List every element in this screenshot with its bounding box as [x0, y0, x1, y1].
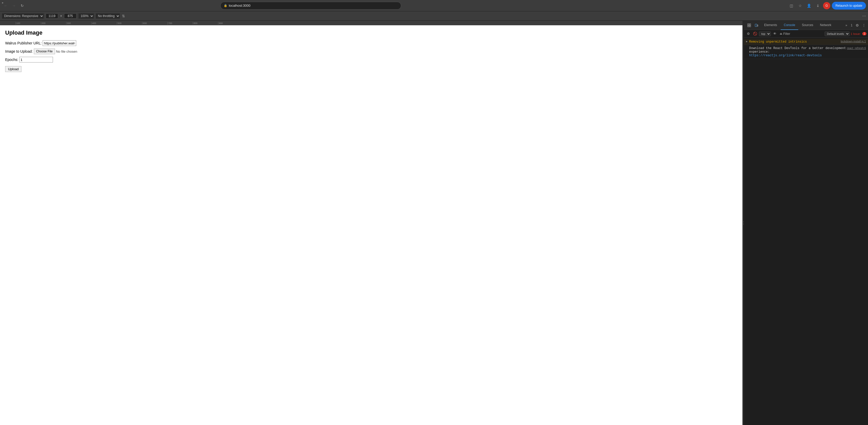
devtools-content: ► Removing unpermitted intrinsics lockdo… — [744, 38, 868, 425]
lock-icon: 🔒 — [224, 4, 227, 7]
responsive-bar: Dimensions: Responsive × 100% No throttl… — [0, 11, 868, 21]
zoom-select[interactable]: 100% — [79, 13, 94, 19]
svg-rect-5 — [757, 25, 758, 26]
epochs-label: Epochs: — [5, 58, 18, 62]
issue-badge: 1 — [862, 32, 866, 35]
entry-info-source[interactable]: react_refresh:6 — [847, 46, 866, 50]
svg-rect-1 — [749, 24, 751, 25]
tab-issue-count: 1 — [850, 24, 854, 27]
publisher-url-row: Walrus Publisher URL: — [5, 40, 737, 46]
ruler-tick: 900 — [218, 22, 223, 25]
page-title: Upload Image — [5, 29, 737, 36]
extensions-button[interactable]: ◫ — [788, 2, 795, 9]
relaunch-button[interactable]: Relaunch to update — [832, 2, 866, 9]
main-area: 100 200 300 400 500 600 700 800 900 Uplo… — [0, 21, 868, 425]
devtools-tabs: Elements Console Sources Network » 1 ⚙ ⋮ — [744, 21, 868, 30]
tab-console[interactable]: Console — [781, 21, 798, 30]
devtools-link[interactable]: https://reactjs.org/link/react-devtools — [749, 54, 822, 57]
url-text: localhost:3000 — [229, 4, 398, 7]
height-input[interactable] — [64, 13, 76, 19]
eye-icon[interactable]: 👁 — [772, 31, 778, 37]
tab-more-button[interactable]: » — [843, 24, 849, 27]
levels-select[interactable]: Default levels — [825, 32, 850, 36]
devtools-secondary-toolbar: ⚙ 🚫 top 👁 ⏏ Filter Default levels 1 Issu… — [744, 30, 868, 38]
profile-button[interactable]: 👤 — [805, 2, 813, 9]
top-bar: ← → ↻ 🔒 localhost:3000 ◫ ☆ 👤 ⇓ G Relaunc… — [0, 0, 868, 11]
download-button[interactable]: ⇓ — [814, 2, 822, 9]
tab-elements[interactable]: Elements — [761, 21, 780, 30]
tab-sources[interactable]: Sources — [799, 21, 816, 30]
page-content: Upload Image Walrus Publisher URL: Image… — [0, 25, 742, 425]
devtools-panel: Elements Console Sources Network » 1 ⚙ ⋮ — [744, 21, 868, 425]
ruler-tick: 800 — [193, 22, 197, 25]
entry-warning-source[interactable]: lockdown-install.js:1 — [841, 40, 866, 43]
devtools-toolbar-left — [745, 22, 761, 28]
width-input[interactable] — [46, 13, 58, 19]
console-entry-info: react_refresh:6 Download the React DevTo… — [744, 45, 868, 59]
svg-rect-4 — [755, 24, 757, 27]
ruler-tick: 600 — [142, 22, 147, 25]
ruler-tick: 100 — [16, 22, 20, 25]
dimensions-select[interactable]: Dimensions: Responsive — [2, 13, 44, 19]
context-select[interactable]: top — [759, 32, 771, 36]
bookmark-button[interactable]: ☆ — [797, 2, 804, 9]
gear-icon[interactable]: ⚙ — [746, 31, 751, 37]
filter-area: ⏏ Filter — [780, 32, 823, 36]
publisher-url-label: Walrus Publisher URL: — [5, 41, 41, 45]
settings-icon[interactable]: ⚙ — [854, 22, 860, 28]
svg-rect-2 — [748, 26, 749, 27]
ruler-tick: 700 — [167, 22, 172, 25]
inspect-element-icon[interactable] — [746, 22, 752, 28]
browser-chrome: ← → ↻ 🔒 localhost:3000 ◫ ☆ 👤 ⇓ G Relaunc… — [0, 0, 868, 425]
console-prompt-row: ► — [744, 59, 868, 61]
throttle-select[interactable]: No throttling — [96, 13, 120, 19]
nav-buttons: ← → ↻ — [2, 2, 26, 9]
more-options-devtools-icon[interactable]: ⋮ — [861, 22, 867, 28]
console-entry-warning: ► Removing unpermitted intrinsics lockdo… — [744, 39, 868, 45]
issue-count: 1 Issue: 1 — [851, 32, 866, 35]
more-options-icon[interactable]: ⋯ — [862, 14, 866, 18]
rotate-icon[interactable]: ⇅ — [122, 14, 125, 18]
filter-icon: ⏏ — [780, 32, 782, 35]
upload-row: Upload — [5, 65, 737, 72]
browser-viewport: 100 200 300 400 500 600 700 800 900 Uplo… — [0, 21, 742, 425]
file-name-text: No file chosen — [56, 50, 77, 54]
publisher-url-input[interactable] — [43, 40, 76, 46]
address-bar[interactable]: 🔒 localhost:3000 — [220, 2, 401, 9]
svg-rect-0 — [748, 24, 749, 25]
upload-button[interactable]: Upload — [5, 66, 22, 72]
account-button[interactable]: G — [823, 2, 830, 9]
forward-button[interactable]: → — [10, 2, 18, 9]
ruler-tick: 400 — [91, 22, 96, 25]
choose-file-button[interactable]: Choose File — [34, 48, 55, 54]
entry-expand-icon[interactable]: ► — [746, 40, 748, 43]
image-upload-row: Image to Upload: Choose File No file cho… — [5, 48, 737, 54]
ruler-tick: 200 — [41, 22, 45, 25]
image-upload-label: Image to Upload: — [5, 49, 33, 54]
svg-rect-3 — [749, 26, 751, 27]
toolbar-right: ◫ ☆ 👤 ⇓ G Relaunch to update — [788, 2, 866, 9]
entry-warning-text: Removing unpermitted intrinsics — [749, 40, 807, 44]
epochs-input[interactable] — [20, 57, 53, 63]
tab-network[interactable]: Network — [817, 21, 834, 30]
ruler-bar: 100 200 300 400 500 600 700 800 900 — [0, 21, 742, 25]
clear-console-icon[interactable]: 🚫 — [752, 31, 758, 37]
dimension-separator: × — [60, 14, 62, 18]
filter-label: Filter — [783, 32, 790, 36]
reload-button[interactable]: ↻ — [19, 2, 26, 9]
device-toolbar-icon[interactable] — [753, 22, 760, 28]
ruler-tick: 500 — [117, 22, 121, 25]
ruler-tick: 300 — [66, 22, 71, 25]
epochs-row: Epochs: — [5, 57, 737, 63]
